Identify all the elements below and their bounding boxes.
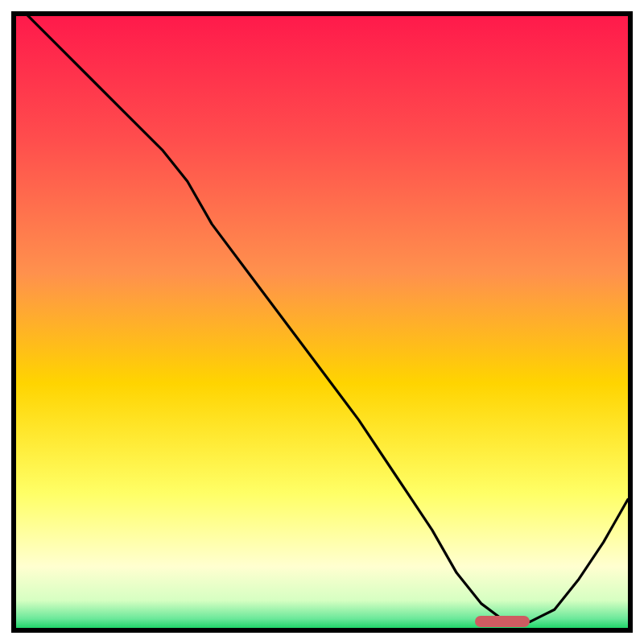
chart-frame: TheBottleneck.com [11, 11, 633, 633]
bottleneck-chart [16, 16, 628, 628]
heat-background [16, 16, 628, 628]
optimal-range-marker [475, 616, 530, 627]
